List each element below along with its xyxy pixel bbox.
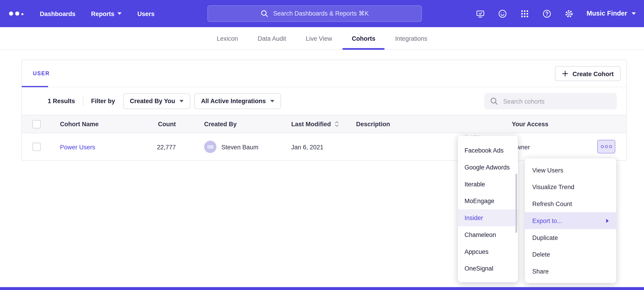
menu-item-share[interactable]: Share — [525, 263, 616, 280]
export-destinations-menu: Braze Facebook Ads Google Adwords Iterab… — [458, 136, 518, 282]
global-search-placeholder: Search Dashboards & Reports ⌘K — [273, 10, 368, 17]
tab-user[interactable]: USER — [33, 70, 50, 77]
row-actions-button[interactable] — [597, 140, 615, 153]
chevron-down-icon — [118, 12, 122, 15]
menu-item-view-users[interactable]: View Users — [525, 162, 616, 179]
tab-label: Data Audit — [258, 35, 286, 42]
menu-item-chameleon[interactable]: Chameleon — [458, 226, 518, 243]
menu-item-google-adwords[interactable]: Google Adwords — [458, 159, 518, 176]
menu-item-appcues[interactable]: Appcues — [458, 243, 518, 260]
chevron-down-icon — [632, 12, 636, 15]
column-header-last-modified: Last Modified — [291, 120, 331, 128]
ellipsis-icon — [605, 145, 608, 148]
cohort-name-link[interactable]: Power Users — [60, 143, 95, 151]
tab-label: Integrations — [395, 35, 427, 42]
ellipsis-icon — [609, 145, 612, 148]
nav-users-label: Users — [137, 10, 154, 17]
ellipsis-icon — [600, 145, 604, 148]
menu-item-duplicate[interactable]: Duplicate — [525, 229, 616, 246]
nav-users[interactable]: Users — [137, 10, 154, 17]
menu-item-export-to[interactable]: Export to... — [525, 212, 616, 229]
column-header-count: Count — [131, 120, 176, 128]
nav-dashboards[interactable]: Dashboards — [40, 10, 75, 17]
cohort-search — [484, 93, 617, 109]
menu-item-refresh-count[interactable]: Refresh Count — [525, 195, 616, 212]
menu-item-iterable[interactable]: Iterable — [458, 176, 518, 193]
create-cohort-button[interactable]: Create Cohort — [555, 66, 621, 81]
mixpanel-logo[interactable] — [9, 12, 24, 16]
created-by-filter-dropdown[interactable]: Created By You — [123, 93, 190, 109]
column-header-your-access: Your Access — [490, 120, 626, 128]
tab-lexicon[interactable]: Lexicon — [216, 27, 239, 49]
creator-name: Steven Baum — [221, 143, 258, 151]
plus-icon — [562, 70, 568, 77]
tab-data-audit[interactable]: Data Audit — [257, 27, 287, 49]
submenu-arrow-icon — [606, 219, 609, 223]
results-count: 1 Results — [48, 97, 75, 104]
logo-dot — [15, 12, 20, 16]
search-icon — [490, 97, 499, 106]
secondary-tab-bar: Lexicon Data Audit Live View Cohorts Int… — [0, 27, 644, 50]
data-management-icon[interactable] — [476, 9, 485, 18]
tab-label: Live View — [306, 35, 332, 42]
menu-item-facebook-ads[interactable]: Facebook Ads — [458, 142, 518, 159]
menu-item-insider[interactable]: Insider — [458, 209, 518, 226]
logo-dot — [9, 12, 13, 16]
filter-toolbar: 1 Results Filter by Created By You All A… — [22, 87, 626, 115]
menu-item-braze[interactable]: Braze — [458, 136, 518, 142]
search-icon — [260, 9, 269, 18]
app-window: Dashboards Reports Users Search Dashboar… — [0, 0, 644, 290]
card-header: USER Create Cohort — [22, 60, 626, 87]
select-all-checkbox[interactable] — [32, 120, 41, 128]
integrations-filter-dropdown[interactable]: All Active Integrations — [194, 93, 281, 109]
tab-label: Lexicon — [217, 35, 238, 42]
column-header-created-by: Created By — [176, 120, 285, 128]
table-header-row: Cohort Name Count Created By Last Modifi… — [22, 115, 626, 133]
menu-item-delete[interactable]: Delete — [525, 246, 616, 263]
chevron-down-icon — [270, 100, 274, 102]
logo-dot — [22, 13, 24, 15]
filter-by-label: Filter by — [91, 97, 115, 104]
menu-item-moengage[interactable]: MoEngage — [458, 193, 518, 210]
nav-dashboards-label: Dashboards — [40, 10, 75, 17]
project-switcher[interactable]: Music Finder — [587, 10, 636, 17]
cohorts-card: USER Create Cohort 1 Results Filter by C… — [22, 60, 627, 161]
chevron-down-icon — [180, 100, 184, 102]
divider — [83, 96, 83, 106]
feedback-smiley-icon[interactable] — [498, 9, 507, 18]
menu-item-onesignal[interactable]: OneSignal — [458, 260, 518, 277]
tab-cohorts[interactable]: Cohorts — [351, 27, 376, 49]
apps-grid-icon[interactable] — [520, 9, 529, 18]
column-header-description: Description — [350, 120, 490, 128]
nav-reports-label: Reports — [91, 10, 114, 17]
help-icon[interactable] — [542, 9, 552, 18]
column-header-cohort-name: Cohort Name — [49, 120, 131, 128]
tab-label: Cohorts — [352, 35, 375, 42]
cohort-table-row: Power Users 22,777 SB Steven Baum Jan 6,… — [22, 133, 626, 161]
menu-item-visualize-trend[interactable]: Visualize Trend — [525, 179, 616, 196]
settings-gear-icon[interactable] — [564, 9, 574, 18]
avatar: SB — [204, 141, 216, 153]
export-destinations-list: Braze Facebook Ads Google Adwords Iterab… — [458, 136, 518, 280]
top-navigation-bar: Dashboards Reports Users Search Dashboar… — [0, 0, 644, 27]
bottom-bar — [0, 287, 644, 290]
sort-icon[interactable] — [334, 121, 339, 127]
scrollbar-thumb[interactable] — [516, 174, 517, 233]
cohort-search-input[interactable] — [484, 93, 617, 109]
project-name: Music Finder — [587, 10, 627, 17]
tab-live-view[interactable]: Live View — [305, 27, 333, 49]
create-cohort-label: Create Cohort — [572, 70, 614, 77]
nav-reports[interactable]: Reports — [91, 10, 122, 17]
created-by-filter-label: Created By You — [130, 97, 175, 104]
cohort-count: 22,777 — [131, 143, 176, 151]
last-modified-value: Jan 6, 2021 — [291, 143, 323, 151]
export-to-label: Export to... — [532, 217, 562, 224]
global-search-input[interactable]: Search Dashboards & Reports ⌘K — [207, 5, 422, 22]
row-checkbox[interactable] — [32, 143, 41, 151]
topbar-right-actions: Music Finder — [476, 0, 636, 27]
tab-integrations[interactable]: Integrations — [394, 27, 428, 49]
cohort-actions-menu: View Users Visualize Trend Refresh Count… — [525, 158, 616, 283]
integrations-filter-label: All Active Integrations — [201, 97, 266, 104]
primary-nav: Dashboards Reports Users — [40, 10, 154, 17]
